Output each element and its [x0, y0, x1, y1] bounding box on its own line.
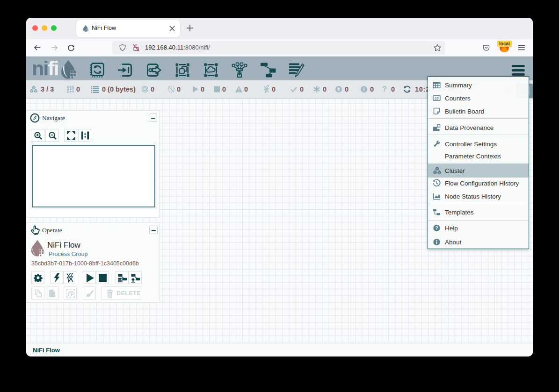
- svg-text:?: ?: [435, 226, 438, 231]
- svg-text:23: 23: [435, 96, 438, 100]
